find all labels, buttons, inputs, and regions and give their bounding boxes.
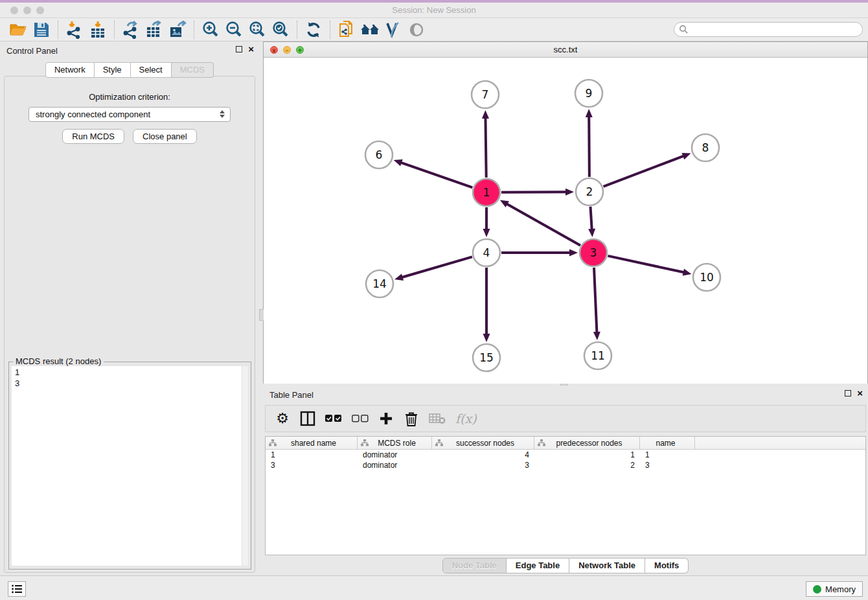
edge-4-14[interactable] [402,257,472,277]
app-title: Session: New Session [0,5,868,15]
import-network-icon[interactable] [63,19,86,40]
close-panel-icon[interactable]: × [248,45,254,53]
open-session-icon[interactable] [6,19,30,40]
svg-text:6: 6 [376,148,383,161]
table-cell[interactable]: 1 [534,450,640,460]
edge-arrowhead [681,153,691,159]
edge-3-10[interactable] [608,256,684,273]
table-cell[interactable]: 3 [640,460,695,470]
edge-arrowhead [588,229,595,237]
function-builder-icon[interactable]: f(x) [455,409,477,428]
export-network-icon[interactable] [119,19,143,40]
run-mcds-button[interactable]: Run MCDS [62,129,124,144]
search-input[interactable] [674,22,863,37]
table-cell[interactable]: 3 [432,460,534,470]
criterion-dropdown[interactable]: strongly connected component [29,107,231,122]
refresh-icon[interactable] [302,19,325,40]
graph-node-4[interactable]: 4 [473,239,500,266]
delete-table-icon[interactable] [429,409,446,428]
home-icon[interactable] [358,19,382,40]
zoom-out-icon[interactable] [222,19,246,40]
table-panel-header: Table Panel × [263,386,868,404]
graph-node-6[interactable]: 6 [365,141,393,168]
edge-1-6[interactable] [400,163,472,188]
close-panel-button[interactable]: Close panel [133,129,197,144]
add-column-icon[interactable] [378,409,394,428]
column-header-name[interactable]: name [640,437,695,449]
select-all-columns-icon[interactable] [325,409,342,428]
table-settings-icon[interactable]: ⚙ [275,409,290,428]
network-graph[interactable]: 7968124314101511 [264,58,867,384]
vizmapper-icon[interactable] [382,19,405,40]
control-tab-network[interactable]: Network [45,62,95,78]
split-panes-icon[interactable] [300,409,315,428]
network-canvas[interactable]: 7968124314101511 [264,58,867,384]
edge-1-7[interactable] [485,117,486,178]
zoom-selected-icon[interactable] [269,19,292,40]
network-from-file-icon[interactable] [335,19,358,40]
svg-text:15: 15 [479,351,494,364]
edge-1-2[interactable] [501,192,567,192]
control-tab-mcds[interactable]: MCDS [172,62,214,78]
table-cell[interactable]: 4 [432,450,534,460]
result-scrollbar[interactable] [242,366,248,566]
edge-2-8[interactable] [604,156,685,186]
task-history-button[interactable] [8,581,26,597]
graph-node-9[interactable]: 9 [575,80,602,107]
close-table-panel-icon[interactable]: × [857,389,863,397]
svg-text:1: 1 [483,186,490,199]
float-table-panel-icon[interactable] [845,390,851,397]
table-toolbar: ⚙ f(x) [265,405,866,432]
mcds-result-text[interactable]: 1 3 [12,366,242,566]
table-cell[interactable]: dominator [358,450,432,460]
graph-node-14[interactable]: 14 [366,270,393,297]
export-table-icon[interactable] [143,19,166,40]
export-image-icon[interactable] [166,19,189,40]
table-cell[interactable]: 1 [266,450,358,460]
control-tab-select[interactable]: Select [131,62,172,78]
app-titlebar: Session: New Session [0,3,868,18]
network-window-titlebar[interactable]: x − + scc.txt [264,42,867,58]
table-tab-edge-table[interactable]: Edge Table [507,558,569,573]
edge-3-1[interactable] [506,203,580,246]
network-zoom-button[interactable]: + [296,46,304,54]
network-minimize-button[interactable]: − [283,46,291,54]
column-header-shared-name[interactable]: shared name [266,437,358,449]
graph-node-7[interactable]: 7 [472,81,499,108]
graph-node-3[interactable]: 3 [580,239,607,266]
table-tab-node-table[interactable]: Node Table [442,558,507,573]
list-icon [12,584,22,594]
table-cell[interactable]: 3 [266,460,358,470]
graph-node-1[interactable]: 1 [473,179,500,206]
eye-icon[interactable] [405,19,428,40]
zoom-fit-icon[interactable] [246,19,269,40]
graph-node-2[interactable]: 2 [576,178,603,205]
column-header-MCDS-role[interactable]: MCDS role [358,437,432,449]
graph-node-10[interactable]: 10 [693,264,720,291]
edge-3-11[interactable] [594,268,597,333]
import-table-icon[interactable] [86,19,109,40]
column-header-successor-nodes[interactable]: successor nodes [432,437,534,449]
table-cell[interactable]: 1 [640,450,695,460]
zoom-in-icon[interactable] [199,19,222,40]
graph-node-15[interactable]: 15 [473,344,500,371]
memory-button[interactable]: Memory [806,581,863,597]
save-session-icon[interactable] [30,19,53,40]
control-panel-header: Control Panel × [0,41,259,60]
table-tab-motifs[interactable]: Motifs [645,558,689,573]
control-tab-style[interactable]: Style [95,62,131,78]
table-row[interactable]: 3dominator323 [266,460,865,470]
edge-2-3[interactable] [590,207,591,230]
edge-2-9[interactable] [589,116,589,177]
table-cell[interactable]: dominator [358,460,432,470]
network-close-button[interactable]: x [270,46,278,54]
graph-node-8[interactable]: 8 [692,134,719,161]
graph-node-11[interactable]: 11 [584,342,611,369]
table-cell[interactable]: 2 [534,460,640,470]
float-panel-icon[interactable] [236,46,242,52]
table-row[interactable]: 1dominator411 [266,450,865,460]
table-tab-network-table[interactable]: Network Table [569,558,645,573]
column-header-predecessor-nodes[interactable]: predecessor nodes [534,437,640,449]
delete-column-icon[interactable] [404,409,419,428]
deselect-all-columns-icon[interactable] [352,409,369,428]
